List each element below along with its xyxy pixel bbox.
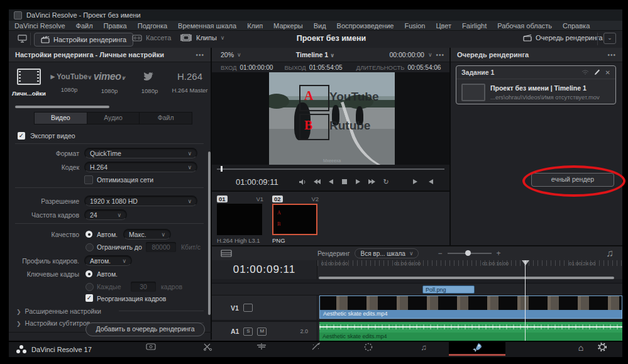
viewer-scrubber[interactable] (217, 168, 444, 170)
zoom-slider-track[interactable] (448, 253, 492, 254)
menu-view[interactable]: Вид (314, 22, 326, 30)
framerate-dropdown[interactable]: 24∨ (84, 209, 127, 220)
home-icon[interactable]: ⌂ (573, 343, 588, 353)
davinci-logo-icon[interactable] (16, 345, 26, 354)
close-job-icon[interactable]: ✕ (605, 69, 610, 76)
tab-file[interactable]: Файл (140, 113, 192, 124)
playhead-handle[interactable] (522, 260, 529, 265)
quality-max-dropdown[interactable]: Макс.∨ (123, 229, 171, 240)
clip-item-2[interactable]: 02 V2 A B PNG (272, 196, 319, 244)
timeline-view-icon[interactable] (221, 250, 232, 257)
profile-dropdown[interactable]: Автом.∨ (84, 255, 132, 266)
preset-custom[interactable]: Личн...ойки (9, 69, 49, 97)
render-queue-toggle[interactable]: Очередь рендеринга (523, 34, 603, 41)
edit-job-icon[interactable] (594, 69, 600, 75)
track-enable-icon[interactable] (243, 304, 253, 312)
poll-png-clip[interactable]: Poll.png (422, 285, 475, 294)
audio-clip-a1[interactable]: Aesthetic skate edits.mp4 (319, 322, 622, 341)
panel-dropdown-button[interactable]: ⌄ (603, 33, 616, 44)
menu-clip[interactable]: Клип (247, 22, 263, 30)
render-job-card[interactable]: Задание 1 ✕ Проект без имени | Timeline … (456, 65, 616, 104)
page-color-icon[interactable] (361, 343, 376, 351)
menu-file[interactable]: Файл (76, 22, 93, 30)
menu-edit[interactable]: Правка (104, 22, 127, 30)
preset-h264[interactable]: H.264 H.264 Master (170, 71, 210, 94)
presets-scrollbar[interactable] (15, 106, 109, 108)
menu-markers[interactable]: Маркеры (273, 22, 303, 30)
mute-button[interactable]: M (257, 328, 267, 336)
network-optimization-checkbox[interactable] (84, 175, 93, 184)
overflow-menu-icon[interactable]: ••• (607, 52, 616, 58)
menu-color[interactable]: Цвет (436, 22, 451, 30)
menu-fairlight[interactable]: Fairlight (462, 22, 487, 30)
reorder-frames-checkbox[interactable]: ✓ (85, 294, 93, 302)
format-dropdown[interactable]: QuickTime∨ (84, 148, 197, 158)
play-icon[interactable] (351, 179, 365, 185)
skip-end-icon[interactable] (365, 179, 379, 185)
overflow-menu-icon[interactable]: ••• (436, 52, 444, 58)
stop-icon[interactable] (338, 179, 351, 185)
preset-vimeo[interactable]: vimeo∨ 1080p (89, 71, 129, 94)
quality-auto-radio[interactable] (85, 231, 92, 238)
viewer-zoom-select[interactable]: 20% (221, 51, 234, 58)
zoom-slider-knob[interactable] (465, 250, 471, 256)
solo-button[interactable]: S (243, 328, 253, 336)
overflow-menu-icon[interactable]: ••• (196, 52, 204, 58)
page-fusion-icon[interactable] (308, 343, 323, 351)
resolution-dropdown[interactable]: 1920 x 1080 HD∨ (84, 196, 197, 206)
page-media-icon[interactable] (143, 343, 158, 351)
menu-playback[interactable]: Воспроизведение (337, 22, 394, 30)
track-a1-header[interactable]: A1 S M 2.0 (212, 322, 317, 341)
tab-audio[interactable]: Аудио (87, 113, 140, 124)
next-frame-icon[interactable] (409, 179, 423, 185)
settings-scrollbar[interactable] (208, 152, 211, 315)
quality-limit-radio[interactable] (85, 243, 94, 251)
zoom-out-icon[interactable]: − (438, 249, 442, 258)
clip-item-1[interactable]: 01 V1 H.264 High L3.1 (217, 196, 263, 244)
loop-icon[interactable]: ↻ (379, 178, 393, 186)
preset-twitter[interactable]: 1080p (129, 71, 170, 94)
monitor-icon[interactable] (18, 35, 27, 43)
menu-fusion[interactable]: Fusion (404, 22, 425, 30)
skip-start-icon[interactable] (310, 179, 324, 185)
prev-frame-icon[interactable] (423, 179, 437, 185)
volume-icon[interactable] (296, 179, 310, 185)
keyframes-every-radio[interactable] (85, 283, 94, 291)
export-video-checkbox[interactable]: ✓ (18, 132, 25, 140)
bitrate-input[interactable]: 80000 (146, 242, 176, 252)
audio-meters-icon[interactable]: ♫ (606, 248, 614, 259)
tab-video[interactable]: Видео (35, 113, 87, 124)
menu-workspace[interactable]: Рабочая область (497, 22, 552, 30)
clip-thumbnail[interactable] (217, 204, 262, 235)
keyframes-input[interactable]: 30 (131, 282, 156, 292)
scrubber-playhead[interactable] (221, 166, 223, 172)
menu-help[interactable]: Справка (563, 22, 590, 30)
add-to-render-queue-button[interactable]: Добавить в очередь рендеринга (85, 323, 205, 336)
video-preview[interactable]: A YouTube B Rutube Мхеееха (269, 72, 395, 165)
page-cut-icon[interactable] (200, 343, 215, 351)
settings-gear-icon[interactable] (595, 343, 610, 351)
codec-dropdown[interactable]: H.264∨ (84, 162, 197, 172)
subtitle-settings-disclosure[interactable]: ❯Настройки субтитров (16, 319, 90, 327)
menu-davinci[interactable]: DaVinci Resolve (14, 22, 65, 30)
tape-button[interactable]: Кассета (132, 34, 171, 41)
play-reverse-icon[interactable] (324, 179, 338, 185)
timeline-zoom-slider[interactable]: − + (438, 249, 500, 258)
keyframes-auto-radio[interactable] (85, 270, 92, 277)
video-clip-v1[interactable]: Aesthetic skate edits.mp4 (319, 295, 622, 319)
page-edit-icon[interactable] (254, 343, 269, 350)
menu-trim[interactable]: Подгонка (138, 22, 167, 30)
render-range-dropdown[interactable]: Вся вр... шкала ∨ (355, 248, 419, 258)
timeline-selector[interactable]: Timeline 1 ∨ (241, 51, 390, 58)
page-fairlight-icon[interactable]: ♫ (416, 343, 431, 352)
track-v1-header[interactable]: V1 (212, 295, 317, 320)
clip-thumbnail-selected[interactable]: A B (272, 204, 317, 235)
start-render-button[interactable]: ечный рендер (531, 173, 614, 187)
render-settings-button[interactable]: Настройки рендеринга (34, 33, 133, 47)
zoom-in-icon[interactable]: + (497, 249, 501, 258)
remote-render-icon[interactable] (581, 70, 589, 75)
advanced-settings-disclosure[interactable]: ❯Расширенные настройки (16, 307, 101, 315)
menu-timeline[interactable]: Временная шкала (178, 22, 236, 30)
playhead-line[interactable] (525, 260, 526, 341)
preset-youtube[interactable]: ►YouTube∨ 1080p (49, 72, 89, 93)
